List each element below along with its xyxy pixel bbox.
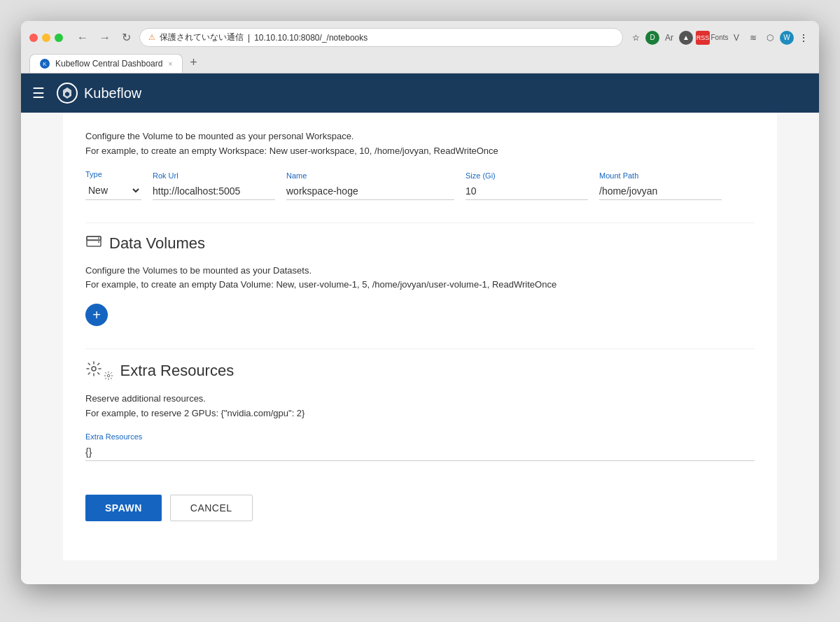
svg-point-4 [98,241,99,243]
extra-resources-icon [85,360,113,381]
cast-icon[interactable]: ⬡ [763,31,777,45]
extra-resources-desc-line1: Reserve additional resources. [85,392,755,407]
rok-url-field: Rok Url [153,171,275,200]
rok-url-label: Rok Url [153,171,275,180]
extension-icon-3[interactable]: ▲ [679,31,693,45]
address-warning-text: 保護されていない通信 [160,31,244,43]
data-volumes-header: Data Volumes [85,234,755,253]
mount-path-input[interactable] [599,183,722,200]
extension-icon-2[interactable]: Ar [662,31,676,45]
size-field: Size (Gi) [465,171,588,200]
wp-icon[interactable]: W [780,31,794,45]
new-tab-button[interactable]: + [184,52,203,73]
type-select[interactable]: New Existing [85,181,141,200]
kubeflow-logo-text: Kubeflow [84,85,141,101]
workspace-desc-line2: For example, to create an empty Workspac… [85,144,755,159]
workspace-desc-line1: Configure the Volume to be mounted as yo… [85,129,755,144]
extra-resources-description: Reserve additional resources. For exampl… [85,392,755,421]
kubeflow-header: ☰ Kubeflow [21,73,819,113]
extension-icon-7[interactable]: ≋ [746,31,760,45]
bookmark-icon[interactable]: ☆ [629,31,643,45]
data-volumes-desc-line1: Configure the Volumes to be mounted as y… [85,264,755,278]
svg-point-7 [107,374,110,377]
refresh-button[interactable]: ↻ [119,29,134,45]
address-url-text: 10.10.10.10:8080/_/notebooks [254,33,368,43]
workspace-description: Configure the Volume to be mounted as yo… [85,129,755,159]
name-input[interactable] [286,183,454,200]
cancel-button[interactable]: CANCEL [170,495,253,521]
data-volumes-desc-line2: For example, to create an empty Data Vol… [85,278,755,292]
extension-icon-1[interactable]: D [645,31,659,45]
mount-path-field: Mount Path [599,171,722,200]
data-volumes-section: Data Volumes Configure the Volumes to be… [85,222,755,327]
tab-close-button[interactable]: × [168,60,172,68]
kubeflow-logo: Kubeflow [56,82,141,104]
extra-resources-desc-line2: For example, to reserve 2 GPUs: {"nvidia… [85,407,755,421]
hamburger-menu-button[interactable]: ☰ [32,85,45,101]
security-warning-icon: ⚠ [148,33,155,42]
browser-window: ← → ↻ ⚠ 保護されていない通信 | 10.10.10.10:8080/_/… [21,21,819,584]
extra-resources-section: Extra Resources Reserve additional resou… [85,348,755,461]
name-field: Name [286,171,454,200]
active-tab[interactable]: K Kubeflow Central Dashboard × [29,54,183,73]
data-volumes-title: Data Volumes [109,234,205,253]
minimize-traffic-light[interactable] [42,34,50,42]
extension-icon-6[interactable]: V [729,31,743,45]
name-label: Name [286,171,454,180]
extension-icon-5[interactable]: Fonts [713,31,727,45]
extra-resources-header: Extra Resources [85,360,755,381]
extra-resources-input[interactable] [85,444,755,461]
forward-button[interactable]: → [97,30,113,45]
browser-actions: ☆ D Ar ▲ RSS Fonts V ≋ ⬡ W ⋮ [629,31,811,45]
size-input[interactable] [465,183,588,200]
tab-title: Kubeflow Central Dashboard [55,59,162,69]
size-label: Size (Gi) [465,171,588,180]
browser-nav: ← → ↻ [74,29,134,45]
browser-titlebar: ← → ↻ ⚠ 保護されていない通信 | 10.10.10.10:8080/_/… [21,21,819,73]
extra-resources-input-wrapper: Extra Resources [85,432,755,461]
rok-url-input[interactable] [153,183,275,200]
maximize-traffic-light[interactable] [55,34,63,42]
tab-favicon: K [40,59,50,69]
svg-point-3 [98,238,99,239]
type-label: Type [85,170,141,178]
back-button[interactable]: ← [74,30,91,45]
app-container: ☰ Kubeflow Configure the Volume to be mo… [21,73,819,584]
traffic-lights [29,34,63,42]
action-buttons: SPAWN CANCEL [85,483,755,532]
address-bar[interactable]: ⚠ 保護されていない通信 | 10.10.10.10:8080/_/notebo… [139,28,623,47]
svg-point-6 [92,367,96,371]
add-data-volume-button[interactable]: + [85,304,108,326]
main-content: Configure the Volume to be mounted as yo… [63,113,777,560]
extension-icon-4[interactable]: RSS [696,31,710,45]
type-field: Type New Existing [85,170,141,200]
browser-controls: ← → ↻ ⚠ 保護されていない通信 | 10.10.10.10:8080/_/… [29,28,811,47]
workspace-form-row: Type New Existing Rok Url Name [85,170,755,200]
data-volumes-icon [85,234,102,252]
data-volumes-description: Configure the Volumes to be mounted as y… [85,264,755,293]
address-separator: | [248,33,250,43]
menu-icon[interactable]: ⋮ [797,31,811,45]
kubeflow-logo-icon [56,82,78,104]
extra-resources-title: Extra Resources [120,362,234,380]
spawn-button[interactable]: SPAWN [85,495,162,521]
add-icon: + [92,307,101,323]
extra-resources-field-label: Extra Resources [85,432,755,441]
tab-bar: K Kubeflow Central Dashboard × + [29,52,811,73]
mount-path-label: Mount Path [599,171,722,180]
close-traffic-light[interactable] [29,34,38,42]
workspace-section: Configure the Volume to be mounted as yo… [85,129,755,200]
